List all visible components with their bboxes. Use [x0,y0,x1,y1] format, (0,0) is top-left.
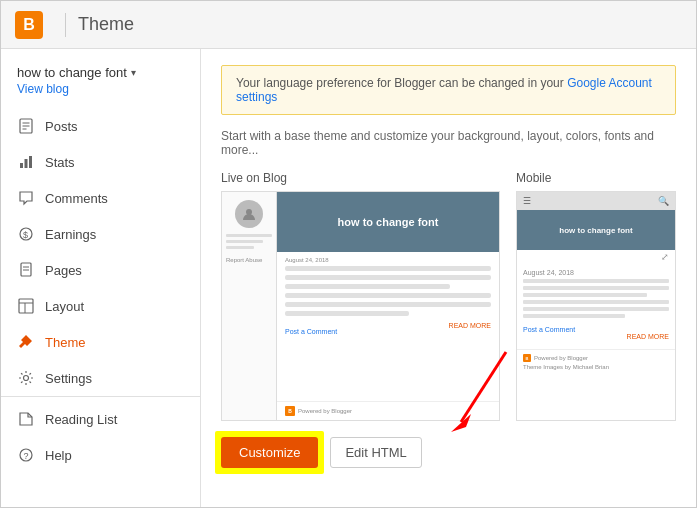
sidebar-item-layout[interactable]: Layout [1,288,200,324]
blog-title: how to change font [17,65,127,80]
svg-rect-6 [29,156,32,168]
theme-label: Theme [45,335,85,350]
sidebar-item-settings[interactable]: Settings [1,360,200,396]
sidebar-item-help[interactable]: ? Help [1,437,200,473]
help-icon: ? [17,446,35,464]
stats-label: Stats [45,155,75,170]
reading-list-icon [17,410,35,428]
mobile-menu-icon: ☰ [523,196,531,206]
mobile-blog-title: how to change font [559,226,632,235]
layout-label: Layout [45,299,84,314]
svg-rect-4 [20,163,23,168]
mobile-preview-col: Mobile ☰ 🔍 how to change font [516,171,676,421]
earnings-icon: $ [17,225,35,243]
sidebar-item-earnings[interactable]: $ Earnings [1,216,200,252]
live-label: Live on Blog [221,171,500,185]
reading-list-label: Reading List [45,412,117,427]
theme-icon [17,333,35,351]
sidebar-item-posts[interactable]: Posts [1,108,200,144]
sidebar: how to change font ▾ View blog [1,49,201,507]
pages-icon [17,261,35,279]
svg-text:$: $ [23,230,28,240]
comments-label: Comments [45,191,108,206]
pages-label: Pages [45,263,82,278]
subtitle: Start with a base theme and customize yo… [221,129,676,157]
sidebar-item-comments[interactable]: Comments [1,180,200,216]
svg-rect-12 [19,299,33,313]
mobile-read-more: READ MORE [627,333,669,340]
earnings-label: Earnings [45,227,96,242]
live-blog-title: how to change font [338,216,439,228]
help-label: Help [45,448,72,463]
sidebar-item-pages[interactable]: Pages [1,252,200,288]
dropdown-arrow-icon[interactable]: ▾ [131,67,136,78]
mobile-blog-preview: ☰ 🔍 how to change font ⤢ A [516,191,676,421]
banner-text: Your language preference for Blogger can… [236,76,567,90]
mobile-search-icon: 🔍 [658,196,669,206]
live-blog-preview: Report Abuse how to change font Augu [221,191,500,421]
svg-point-15 [24,376,29,381]
svg-text:?: ? [24,451,29,461]
customize-button[interactable]: Customize [221,437,318,468]
mobile-powered-label: Powered by Blogger [534,355,588,361]
blog-title-area: how to change font ▾ View blog [1,57,200,100]
edit-html-button[interactable]: Edit HTML [330,437,421,468]
sidebar-item-theme[interactable]: Theme [1,324,200,360]
action-area: Customize Edit HTML [221,437,676,468]
customize-btn-wrapper: Customize [221,437,318,468]
mobile-theme-images: Theme Images by Michael Brian [523,364,669,370]
preview-section: Live on Blog [221,171,676,421]
stats-icon [17,153,35,171]
svg-rect-5 [25,159,28,168]
page-title: Theme [78,14,134,35]
sidebar-item-stats[interactable]: Stats [1,144,200,180]
mobile-post-comment: Post a Comment [523,326,669,333]
settings-label: Settings [45,371,92,386]
view-blog-link[interactable]: View blog [17,82,184,96]
mobile-label: Mobile [516,171,676,185]
mobile-date: August 24, 2018 [523,269,669,276]
sidebar-item-reading-list[interactable]: Reading List [1,401,200,437]
layout-icon [17,297,35,315]
live-preview-wrapper: Report Abuse how to change font Augu [221,191,500,421]
posts-icon [17,117,35,135]
posts-label: Posts [45,119,78,134]
live-preview-col: Live on Blog [221,171,500,421]
sidebar-bottom: Reading List ? Help [1,396,200,473]
comments-icon [17,189,35,207]
sidebar-nav: Posts Stats [1,108,200,396]
header-divider [65,13,66,37]
blogger-logo: B [15,11,43,39]
info-banner: Your language preference for Blogger can… [221,65,676,115]
mobile-share-icon: ⤢ [661,252,669,262]
app-header: B Theme [1,1,696,49]
settings-icon [17,369,35,387]
action-buttons: Customize Edit HTML [221,437,676,468]
main-content: Your language preference for Blogger can… [201,49,696,507]
